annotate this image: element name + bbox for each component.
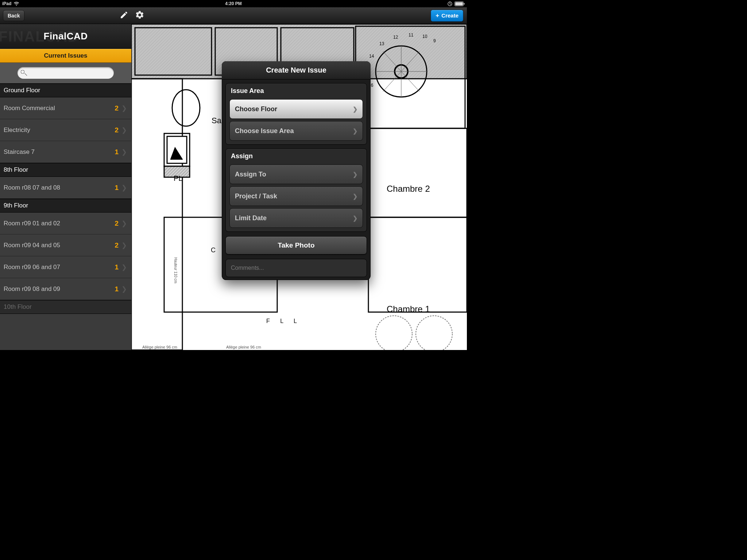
section-header[interactable]: 10th Floor xyxy=(0,300,131,314)
current-issues-label: Current Issues xyxy=(44,52,87,59)
option-row[interactable]: Choose Issue Area❯ xyxy=(229,121,363,141)
section-header[interactable]: 8th Floor xyxy=(0,163,131,177)
chevron-right-icon: ❯ xyxy=(121,219,127,228)
gear-icon xyxy=(135,15,144,21)
issue-count-badge: 1 xyxy=(115,148,119,156)
svg-text:9: 9 xyxy=(433,38,436,43)
svg-text:10: 10 xyxy=(422,34,427,39)
option-row[interactable]: Limit Date❯ xyxy=(229,208,363,228)
svg-text:11: 11 xyxy=(409,32,414,38)
battery-icon xyxy=(454,1,465,6)
issue-count-badge: 2 xyxy=(115,241,119,249)
chevron-right-icon: ❯ xyxy=(121,104,127,112)
svg-text:Hauteur 110 cm: Hauteur 110 cm xyxy=(174,257,178,283)
popover-title: Create New Issue xyxy=(222,61,371,79)
chevron-right-icon: ❯ xyxy=(353,171,357,178)
chevron-right-icon: ❯ xyxy=(353,128,357,135)
svg-text:Allège pleine 96 cm: Allège pleine 96 cm xyxy=(226,345,261,349)
svg-text:13: 13 xyxy=(379,41,384,46)
issue-list[interactable]: Ground FloorRoom Commercial2❯Electricity… xyxy=(0,83,131,350)
option-row-label: Limit Date xyxy=(235,214,267,222)
current-issues-tab[interactable]: Current Issues xyxy=(0,49,131,63)
issue-count-badge: 2 xyxy=(115,219,119,228)
device-label: iPad xyxy=(2,1,11,6)
chevron-right-icon: ❯ xyxy=(121,241,127,249)
section-header[interactable]: 9th Floor xyxy=(0,199,131,213)
list-item[interactable]: Room r08 07 and 081❯ xyxy=(0,177,131,199)
list-item[interactable]: Staircase 71❯ xyxy=(0,141,131,163)
app-title-area: FINALCAD FinalCAD xyxy=(0,24,131,49)
option-row-label: Assign To xyxy=(235,171,266,178)
svg-text:Chambre 1: Chambre 1 xyxy=(387,304,430,314)
clock-icon xyxy=(448,1,452,6)
pencil-icon xyxy=(120,14,128,20)
issue-count-badge: 1 xyxy=(115,285,119,293)
search-wrap xyxy=(0,63,131,83)
svg-text:14: 14 xyxy=(369,54,374,59)
create-button[interactable]: + Create xyxy=(431,10,463,22)
list-item-label: Room r09 08 and 09 xyxy=(4,285,115,293)
list-item-label: Room r09 06 and 07 xyxy=(4,264,115,271)
comments-placeholder: Comments... xyxy=(231,265,264,271)
option-row[interactable]: Choose Floor❯ xyxy=(229,99,363,119)
issue-count-badge: 2 xyxy=(115,126,119,134)
sidebar-toolbar: Back xyxy=(0,7,131,24)
back-button[interactable]: Back xyxy=(3,10,24,21)
list-item[interactable]: Room r09 06 and 071❯ xyxy=(0,256,131,278)
search-input[interactable] xyxy=(18,67,114,79)
main-toolbar: + Create xyxy=(131,7,467,24)
settings-button[interactable] xyxy=(135,10,144,21)
list-item-label: Room r09 01 and 02 xyxy=(4,220,115,227)
issue-area-panel: Issue Area Choose Floor❯Choose Issue Are… xyxy=(225,83,367,145)
svg-rect-3 xyxy=(464,3,465,5)
assign-panel: Assign Assign To❯Project / Task❯Limit Da… xyxy=(225,148,367,232)
option-row-label: Choose Floor xyxy=(235,105,277,113)
list-item[interactable]: Room r09 08 and 091❯ xyxy=(0,278,131,300)
chevron-right-icon: ❯ xyxy=(121,263,127,271)
list-item-label: Staircase 7 xyxy=(4,148,115,156)
option-row[interactable]: Assign To❯ xyxy=(229,164,363,184)
option-row[interactable]: Project / Task❯ xyxy=(229,186,363,206)
create-issue-popover: Create New Issue Issue Area Choose Floor… xyxy=(222,61,371,280)
list-item[interactable]: Room Commercial2❯ xyxy=(0,97,131,119)
chevron-right-icon: ❯ xyxy=(353,106,357,113)
issue-count-badge: 1 xyxy=(115,263,119,271)
svg-rect-2 xyxy=(455,2,463,5)
list-item[interactable]: Electricity2❯ xyxy=(0,119,131,141)
edit-button[interactable] xyxy=(120,11,128,21)
chevron-right-icon: ❯ xyxy=(353,193,357,200)
issue-area-title: Issue Area xyxy=(226,83,367,97)
take-photo-button[interactable]: Take Photo xyxy=(225,236,367,254)
section-header[interactable]: Ground Floor xyxy=(0,83,131,97)
back-button-label: Back xyxy=(8,13,20,19)
issue-count-badge: 2 xyxy=(115,104,119,112)
main-area: + Create xyxy=(131,7,467,350)
list-item-label: Room Commercial xyxy=(4,105,115,112)
list-item[interactable]: Room r09 04 and 052❯ xyxy=(0,234,131,256)
option-row-label: Choose Issue Area xyxy=(235,127,294,135)
svg-text:Chambre 2: Chambre 2 xyxy=(387,184,430,194)
comments-field[interactable]: Comments... xyxy=(225,259,367,277)
chevron-right-icon: ❯ xyxy=(121,285,127,293)
create-button-label: Create xyxy=(441,12,458,19)
assign-title: Assign xyxy=(226,149,367,162)
take-photo-label: Take Photo xyxy=(278,241,315,249)
list-item-label: Electricity xyxy=(4,127,115,134)
chevron-right-icon: ❯ xyxy=(121,184,127,192)
sidebar: Back FINALCAD FinalCAD Current Issues Gr… xyxy=(0,7,131,350)
ipad-status-bar: iPad 4:20 PM xyxy=(0,0,467,7)
list-item-label: Room r08 07 and 08 xyxy=(4,184,115,191)
list-item[interactable]: Room r09 01 and 022❯ xyxy=(0,213,131,234)
svg-text:Allège pleine 96 cm: Allège pleine 96 cm xyxy=(142,345,177,349)
chevron-right-icon: ❯ xyxy=(353,215,357,222)
wifi-icon xyxy=(13,1,19,6)
app-title: FinalCAD xyxy=(44,31,88,42)
status-time: 4:20 PM xyxy=(225,1,241,6)
option-row-label: Project / Task xyxy=(235,192,277,200)
chevron-right-icon: ❯ xyxy=(121,148,127,156)
chevron-right-icon: ❯ xyxy=(121,126,127,134)
svg-text:PL: PL xyxy=(174,174,182,182)
svg-text:F L L: F L L xyxy=(266,318,301,324)
svg-text:12: 12 xyxy=(393,35,398,40)
list-item-label: Room r09 04 and 05 xyxy=(4,242,115,249)
